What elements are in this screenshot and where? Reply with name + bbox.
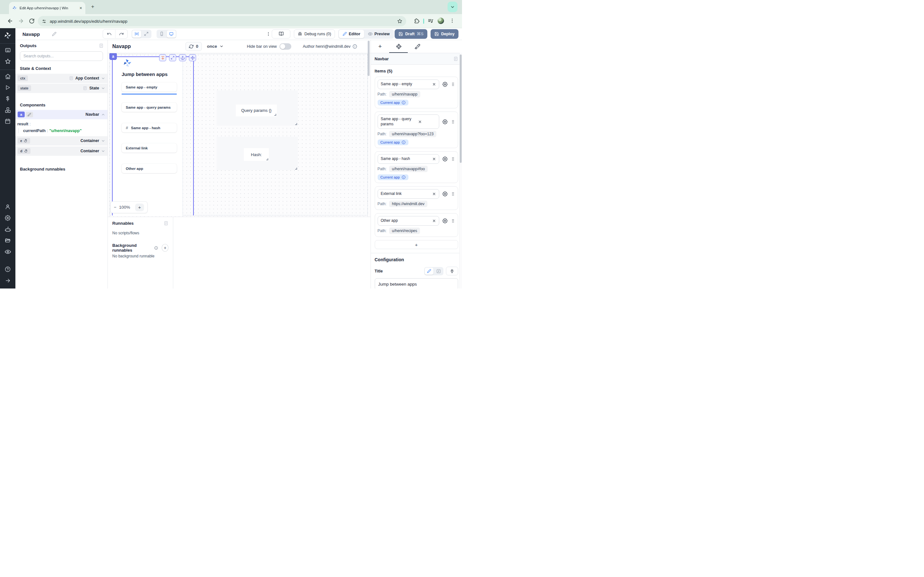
nav-item-query-params[interactable]: Same app - query params (121, 103, 177, 112)
reload-button[interactable] (29, 18, 35, 24)
run-mode-dropdown[interactable]: once (207, 44, 224, 49)
sidebar-item-favorites[interactable] (0, 56, 15, 66)
remove-item-icon[interactable] (432, 219, 436, 223)
back-button[interactable] (7, 18, 13, 24)
header-menu-icon[interactable] (266, 31, 271, 36)
undo-button[interactable] (103, 29, 115, 38)
sidebar-item-workers[interactable] (0, 224, 15, 234)
container-e-query[interactable]: Query params {} (216, 90, 298, 126)
remove-item-icon[interactable] (432, 192, 436, 196)
item-settings-icon[interactable] (443, 82, 447, 87)
info-icon[interactable] (402, 175, 405, 179)
chevron-down-icon[interactable] (101, 149, 105, 153)
add-item-button[interactable]: + (375, 240, 459, 249)
add-background-runnable-button[interactable]: + (162, 244, 168, 251)
refresh-count-button[interactable]: 0 (186, 42, 202, 51)
draft-button[interactable]: Draft ⌘S (395, 29, 427, 39)
media-controls-icon[interactable] (428, 18, 434, 24)
info-icon[interactable] (402, 140, 405, 144)
panel-doc-icon[interactable] (453, 56, 458, 61)
sidebar-expand-icon[interactable] (0, 276, 15, 285)
editor-tab[interactable]: Editor (339, 30, 364, 38)
output-row-state[interactable]: state State (15, 84, 107, 93)
item-label-input[interactable]: Same app - query params (378, 114, 439, 129)
sidebar-item-folders[interactable] (0, 235, 15, 245)
component-row-navbar[interactable]: a Navbar (15, 110, 107, 119)
profile-avatar[interactable] (438, 18, 444, 24)
tab-search-button[interactable] (447, 2, 457, 12)
query-params-text-box[interactable]: Query params {} (236, 105, 277, 116)
nav-item-same-app-empty[interactable]: Same app - empty (121, 82, 177, 92)
tab-close-icon[interactable]: × (79, 6, 82, 10)
remove-item-icon[interactable] (418, 120, 422, 124)
browser-menu-icon[interactable] (449, 18, 455, 23)
nav-item-hash[interactable]: #Same app - hash (121, 123, 177, 132)
resize-handle[interactable] (274, 114, 276, 116)
container-d-hash[interactable]: Hash: (216, 137, 298, 170)
sidebar-item-apps[interactable] (0, 45, 15, 55)
chevron-down-icon[interactable] (101, 86, 105, 90)
outputs-doc-icon[interactable] (99, 43, 103, 48)
drag-handle-icon[interactable] (451, 157, 455, 161)
redo-button[interactable] (115, 29, 128, 38)
output-row-ctx[interactable]: ctx App Context (15, 74, 107, 83)
sidebar-item-home[interactable] (0, 71, 15, 81)
drag-handle-icon[interactable] (451, 192, 455, 196)
url-text[interactable]: app.windmill.dev/apps/edit/u/henri/navap… (50, 19, 394, 24)
bookmark-star-icon[interactable] (397, 19, 402, 24)
zoom-out-button[interactable]: − (114, 205, 116, 210)
component-row-container-d[interactable]: d Container (15, 147, 107, 156)
hide-bar-toggle[interactable] (279, 43, 291, 50)
info-icon[interactable] (154, 246, 158, 250)
sidebar-item-runs[interactable] (0, 83, 15, 92)
browser-tab[interactable]: Edit App u/henri/navapp | Win × (9, 2, 86, 14)
extensions-icon[interactable] (414, 18, 420, 24)
sidebar-item-users[interactable] (0, 202, 15, 211)
sidebar-item-audit-logs[interactable] (0, 247, 15, 256)
insert-below-button[interactable] (159, 54, 166, 61)
docs-button[interactable] (272, 29, 290, 39)
edit-title-icon[interactable] (52, 32, 57, 36)
zoom-in-button[interactable]: + (135, 203, 144, 211)
full-width-layout-button[interactable] (142, 30, 151, 37)
mobile-view-button[interactable] (157, 30, 166, 37)
component-row-container-e[interactable]: e Container (15, 136, 107, 145)
address-bar[interactable]: app.windmill.dev/apps/edit/u/henri/navap… (38, 16, 406, 26)
item-settings-icon[interactable] (443, 191, 447, 197)
chevron-down-icon[interactable] (101, 139, 105, 143)
preview-tab[interactable]: Preview (364, 30, 393, 38)
selected-component-badge[interactable]: a (110, 53, 117, 60)
info-icon[interactable] (352, 44, 357, 49)
site-settings-icon[interactable] (42, 19, 47, 24)
remove-item-icon[interactable] (432, 157, 436, 161)
item-label-input[interactable]: Same app - hash (378, 154, 439, 164)
drag-handle-icon[interactable] (451, 82, 455, 87)
debug-runs-button[interactable]: Debug runs (0) (294, 29, 335, 39)
title-input[interactable] (375, 278, 459, 288)
sidebar-item-help[interactable] (0, 264, 15, 274)
hash-text-box[interactable]: Hash: (244, 148, 269, 161)
desktop-view-button[interactable] (167, 30, 176, 37)
forward-button[interactable] (18, 18, 24, 24)
remove-item-icon[interactable] (432, 82, 436, 86)
resize-handle[interactable] (266, 158, 268, 160)
item-settings-icon[interactable] (443, 119, 447, 124)
item-label-input[interactable]: Other app (378, 216, 439, 226)
drag-handle-icon[interactable] (451, 119, 455, 124)
app-canvas[interactable]: a Jump between apps Same app - empty Sam… (108, 53, 371, 217)
connect-input-button[interactable] (446, 267, 458, 276)
sidebar-item-resources[interactable] (0, 105, 15, 115)
item-settings-icon[interactable] (443, 218, 447, 223)
panel-scrollbar[interactable] (459, 53, 462, 288)
nav-item-external-link[interactable]: External link (121, 143, 177, 153)
anchor-component-button[interactable] (179, 54, 186, 61)
chevron-up-icon[interactable] (101, 113, 105, 117)
search-outputs-input[interactable] (20, 51, 103, 61)
item-settings-icon[interactable] (443, 156, 447, 161)
canvas-scrollbar[interactable] (368, 41, 370, 76)
new-tab-button[interactable]: + (91, 4, 94, 9)
tab-insert-component[interactable]: + (371, 40, 389, 53)
windmill-logo[interactable] (3, 31, 12, 40)
expression-button[interactable] (434, 268, 443, 275)
tab-component-settings[interactable] (389, 40, 408, 53)
